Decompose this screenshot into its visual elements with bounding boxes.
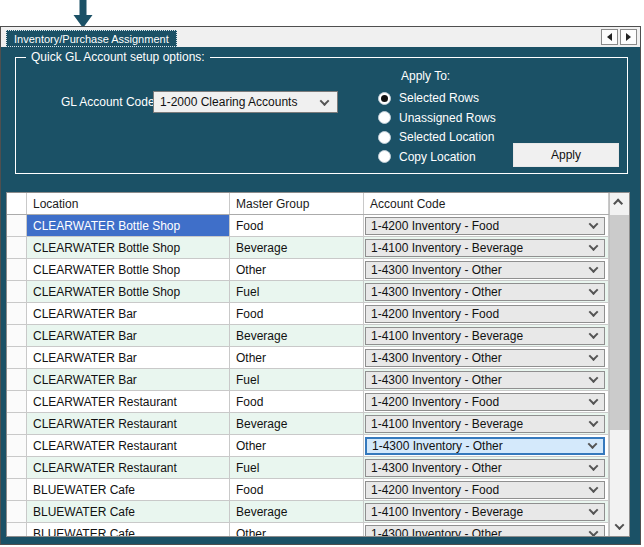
tab-scroll-right-button[interactable] bbox=[620, 29, 637, 45]
account-code-dropdown[interactable]: 1-4300 Inventory - Other bbox=[365, 283, 605, 301]
row-selector[interactable] bbox=[7, 325, 27, 346]
cell-master-group[interactable]: Beverage bbox=[230, 237, 364, 258]
row-selector[interactable] bbox=[7, 347, 27, 368]
scroll-down-button[interactable] bbox=[610, 516, 629, 536]
account-code-dropdown[interactable]: 1-4100 Inventory - Beverage bbox=[365, 415, 605, 433]
radio-option-copy-location[interactable]: Copy Location bbox=[378, 150, 476, 164]
chevron-down-icon bbox=[589, 461, 599, 471]
account-code-value: 1-4200 Inventory - Food bbox=[371, 219, 499, 233]
account-code-value: 1-4100 Inventory - Beverage bbox=[371, 329, 523, 343]
cell-location[interactable]: CLEARWATER Restaurant bbox=[27, 413, 230, 434]
row-selector[interactable] bbox=[7, 303, 27, 324]
account-code-value: 1-4300 Inventory - Other bbox=[371, 263, 502, 277]
account-code-dropdown[interactable]: 1-4300 Inventory - Other bbox=[365, 459, 605, 477]
table-row: CLEARWATER Bottle ShopOther1-4300 Invent… bbox=[7, 259, 629, 281]
radio-option-unassigned-rows[interactable]: Unassigned Rows bbox=[378, 111, 496, 125]
cell-location[interactable]: CLEARWATER Bottle Shop bbox=[27, 259, 230, 280]
chevron-down-icon bbox=[589, 285, 599, 295]
account-code-dropdown[interactable]: 1-4300 Inventory - Other bbox=[365, 371, 605, 389]
account-code-value: 1-4300 Inventory - Other bbox=[372, 439, 503, 453]
table-row: CLEARWATER BarFood1-4200 Inventory - Foo… bbox=[7, 303, 629, 325]
cell-master-group[interactable]: Food bbox=[230, 391, 364, 412]
row-selector[interactable] bbox=[7, 215, 27, 236]
row-selector[interactable] bbox=[7, 237, 27, 258]
account-code-dropdown[interactable]: 1-4100 Inventory - Beverage bbox=[365, 503, 605, 521]
apply-button[interactable]: Apply bbox=[513, 143, 619, 167]
chevron-down-icon bbox=[589, 307, 599, 317]
cell-location[interactable]: CLEARWATER Restaurant bbox=[27, 457, 230, 478]
cell-location[interactable]: CLEARWATER Bottle Shop bbox=[27, 237, 230, 258]
row-selector[interactable] bbox=[7, 501, 27, 522]
cell-location[interactable]: BLUEWATER Cafe bbox=[27, 523, 230, 537]
cell-location[interactable]: CLEARWATER Bar bbox=[27, 369, 230, 390]
radio-label: Copy Location bbox=[399, 150, 476, 164]
account-code-dropdown[interactable]: 1-4200 Inventory - Food bbox=[365, 481, 605, 499]
row-selector[interactable] bbox=[7, 259, 27, 280]
row-selector[interactable] bbox=[7, 435, 27, 456]
gl-account-code-label: GL Account Code: bbox=[61, 95, 158, 109]
cell-master-group[interactable]: Beverage bbox=[230, 413, 364, 434]
row-selector[interactable] bbox=[7, 457, 27, 478]
cell-account-code: 1-4300 Inventory - Other bbox=[364, 523, 609, 537]
assignment-grid: Location Master Group Account Code CLEAR… bbox=[6, 192, 630, 537]
cell-master-group[interactable]: Fuel bbox=[230, 281, 364, 302]
tab-scroll-left-button[interactable] bbox=[601, 29, 618, 45]
row-selector[interactable] bbox=[7, 391, 27, 412]
row-selector[interactable] bbox=[7, 281, 27, 302]
account-code-dropdown[interactable]: 1-4300 Inventory - Other bbox=[365, 261, 605, 279]
cell-master-group[interactable]: Fuel bbox=[230, 369, 364, 390]
gl-account-code-dropdown[interactable]: 1-2000 Clearing Accounts bbox=[153, 91, 338, 113]
row-selector[interactable] bbox=[7, 479, 27, 500]
table-row: CLEARWATER RestaurantFood1-4200 Inventor… bbox=[7, 391, 629, 413]
column-header-location[interactable]: Location bbox=[27, 193, 230, 214]
scrollbar-thumb[interactable] bbox=[610, 215, 629, 430]
grid-header-row: Location Master Group Account Code bbox=[7, 193, 629, 215]
table-row: CLEARWATER Bottle ShopFood1-4200 Invento… bbox=[7, 215, 629, 237]
column-header-master-group[interactable]: Master Group bbox=[230, 193, 364, 214]
row-selector[interactable] bbox=[7, 369, 27, 390]
cell-master-group[interactable]: Beverage bbox=[230, 501, 364, 522]
cell-master-group[interactable]: Food bbox=[230, 479, 364, 500]
cell-location[interactable]: CLEARWATER Bottle Shop bbox=[27, 281, 230, 302]
row-selector[interactable] bbox=[7, 413, 27, 434]
radio-option-selected-rows[interactable]: Selected Rows bbox=[378, 91, 479, 105]
account-code-dropdown[interactable]: 1-4300 Inventory - Other bbox=[365, 525, 605, 538]
left-arrow-icon bbox=[607, 33, 612, 41]
cell-location[interactable]: CLEARWATER Bar bbox=[27, 325, 230, 346]
row-selector[interactable] bbox=[7, 523, 27, 537]
column-header-account-code[interactable]: Account Code bbox=[364, 193, 609, 214]
cell-master-group[interactable]: Beverage bbox=[230, 325, 364, 346]
account-code-dropdown[interactable]: 1-4200 Inventory - Food bbox=[365, 305, 605, 323]
table-row: CLEARWATER BarOther1-4300 Inventory - Ot… bbox=[7, 347, 629, 369]
chevron-down-icon bbox=[589, 351, 599, 361]
tab-inventory-purchase-assignment[interactable]: Inventory/Purchase Assignment bbox=[6, 30, 177, 47]
cell-master-group[interactable]: Food bbox=[230, 215, 364, 236]
cell-master-group[interactable]: Food bbox=[230, 303, 364, 324]
cell-master-group[interactable]: Fuel bbox=[230, 457, 364, 478]
tab-nav-buttons bbox=[601, 29, 637, 45]
scroll-up-button[interactable] bbox=[610, 193, 629, 213]
table-row: CLEARWATER Bottle ShopFuel1-4300 Invento… bbox=[7, 281, 629, 303]
account-code-dropdown[interactable]: 1-4200 Inventory - Food bbox=[365, 217, 605, 235]
table-row: CLEARWATER Bottle ShopBeverage1-4100 Inv… bbox=[7, 237, 629, 259]
radio-icon bbox=[378, 92, 391, 105]
cell-master-group[interactable]: Other bbox=[230, 435, 364, 456]
cell-location[interactable]: CLEARWATER Restaurant bbox=[27, 391, 230, 412]
cell-location[interactable]: CLEARWATER Bar bbox=[27, 303, 230, 324]
radio-option-selected-location[interactable]: Selected Location bbox=[378, 130, 494, 144]
cell-location[interactable]: BLUEWATER Cafe bbox=[27, 501, 230, 522]
account-code-dropdown[interactable]: 1-4100 Inventory - Beverage bbox=[365, 239, 605, 257]
table-row: CLEARWATER BarBeverage1-4100 Inventory -… bbox=[7, 325, 629, 347]
cell-location[interactable]: BLUEWATER Cafe bbox=[27, 479, 230, 500]
cell-master-group[interactable]: Other bbox=[230, 523, 364, 537]
cell-master-group[interactable]: Other bbox=[230, 259, 364, 280]
cell-location[interactable]: CLEARWATER Restaurant bbox=[27, 435, 230, 456]
account-code-dropdown[interactable]: 1-4200 Inventory - Food bbox=[365, 393, 605, 411]
vertical-scrollbar[interactable] bbox=[609, 193, 629, 536]
cell-location[interactable]: CLEARWATER Bottle Shop bbox=[27, 215, 230, 236]
account-code-dropdown[interactable]: 1-4300 Inventory - Other bbox=[365, 349, 605, 367]
cell-master-group[interactable]: Other bbox=[230, 347, 364, 368]
account-code-dropdown[interactable]: 1-4100 Inventory - Beverage bbox=[365, 327, 605, 345]
cell-location[interactable]: CLEARWATER Bar bbox=[27, 347, 230, 368]
account-code-dropdown[interactable]: 1-4300 Inventory - Other bbox=[365, 437, 605, 455]
